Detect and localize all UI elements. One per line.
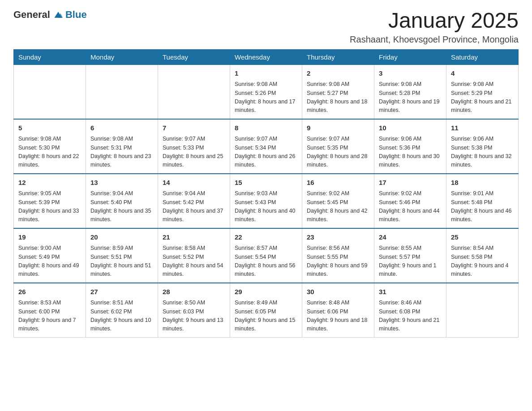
day-info: Sunrise: 9:04 AMSunset: 5:40 PMDaylight:… bbox=[90, 189, 153, 224]
day-number: 19 bbox=[18, 232, 81, 243]
day-number: 29 bbox=[235, 287, 297, 297]
day-info: Sunrise: 9:07 AMSunset: 5:34 PMDaylight:… bbox=[235, 135, 297, 170]
day-cell: 2Sunrise: 9:08 AMSunset: 5:27 PMDaylight… bbox=[302, 64, 374, 119]
day-info: Sunrise: 9:08 AMSunset: 5:29 PMDaylight:… bbox=[451, 80, 514, 115]
logo-text-general: General bbox=[13, 9, 50, 21]
day-number: 6 bbox=[90, 123, 153, 133]
day-cell: 18Sunrise: 9:01 AMSunset: 5:48 PMDayligh… bbox=[446, 174, 519, 228]
day-cell: 23Sunrise: 8:56 AMSunset: 5:55 PMDayligh… bbox=[302, 228, 374, 283]
day-cell: 4Sunrise: 9:08 AMSunset: 5:29 PMDaylight… bbox=[446, 64, 519, 119]
day-number: 27 bbox=[90, 287, 153, 297]
page-title: January 2025 bbox=[350, 9, 519, 33]
day-number: 4 bbox=[451, 68, 514, 79]
day-number: 13 bbox=[90, 178, 153, 188]
week-row-3: 12Sunrise: 9:05 AMSunset: 5:39 PMDayligh… bbox=[14, 174, 519, 228]
calendar-body: 1Sunrise: 9:08 AMSunset: 5:26 PMDaylight… bbox=[14, 64, 519, 337]
header-cell-saturday: Saturday bbox=[446, 49, 519, 64]
header-cell-thursday: Thursday bbox=[302, 49, 374, 64]
day-cell: 16Sunrise: 9:02 AMSunset: 5:45 PMDayligh… bbox=[302, 174, 374, 228]
day-cell: 17Sunrise: 9:02 AMSunset: 5:46 PMDayligh… bbox=[374, 174, 446, 228]
day-cell: 1Sunrise: 9:08 AMSunset: 5:26 PMDaylight… bbox=[230, 64, 302, 119]
header-cell-tuesday: Tuesday bbox=[158, 49, 230, 64]
day-number: 17 bbox=[379, 178, 442, 188]
day-number: 5 bbox=[18, 123, 81, 133]
day-info: Sunrise: 8:58 AMSunset: 5:52 PMDaylight:… bbox=[163, 244, 225, 279]
day-number: 12 bbox=[18, 178, 81, 188]
day-cell: 28Sunrise: 8:50 AMSunset: 6:03 PMDayligh… bbox=[158, 283, 230, 338]
day-info: Sunrise: 9:08 AMSunset: 5:31 PMDaylight:… bbox=[90, 135, 153, 170]
day-number: 15 bbox=[235, 178, 297, 188]
header-row: SundayMondayTuesdayWednesdayThursdayFrid… bbox=[14, 49, 519, 64]
day-number: 26 bbox=[18, 287, 81, 297]
day-info: Sunrise: 8:49 AMSunset: 6:05 PMDaylight:… bbox=[235, 299, 297, 334]
day-info: Sunrise: 9:08 AMSunset: 5:30 PMDaylight:… bbox=[18, 135, 81, 170]
day-number: 2 bbox=[307, 68, 369, 79]
day-info: Sunrise: 9:06 AMSunset: 5:36 PMDaylight:… bbox=[379, 135, 442, 170]
day-cell: 27Sunrise: 8:51 AMSunset: 6:02 PMDayligh… bbox=[86, 283, 158, 338]
day-info: Sunrise: 9:08 AMSunset: 5:26 PMDaylight:… bbox=[235, 80, 297, 115]
day-cell: 5Sunrise: 9:08 AMSunset: 5:30 PMDaylight… bbox=[14, 119, 86, 174]
day-number: 21 bbox=[163, 232, 225, 243]
title-section: January 2025 Rashaant, Khoevsgoel Provin… bbox=[350, 9, 519, 45]
day-number: 20 bbox=[90, 232, 153, 243]
day-info: Sunrise: 9:05 AMSunset: 5:39 PMDaylight:… bbox=[18, 189, 81, 224]
day-cell: 21Sunrise: 8:58 AMSunset: 5:52 PMDayligh… bbox=[158, 228, 230, 283]
day-info: Sunrise: 9:02 AMSunset: 5:45 PMDaylight:… bbox=[307, 189, 369, 224]
day-info: Sunrise: 9:02 AMSunset: 5:46 PMDaylight:… bbox=[379, 189, 442, 224]
header-cell-friday: Friday bbox=[374, 49, 446, 64]
week-row-2: 5Sunrise: 9:08 AMSunset: 5:30 PMDaylight… bbox=[14, 119, 519, 174]
day-cell: 19Sunrise: 9:00 AMSunset: 5:49 PMDayligh… bbox=[14, 228, 86, 283]
day-cell bbox=[14, 64, 86, 119]
day-cell bbox=[86, 64, 158, 119]
day-cell: 26Sunrise: 8:53 AMSunset: 6:00 PMDayligh… bbox=[14, 283, 86, 338]
day-number: 3 bbox=[379, 68, 442, 79]
logo: General Blue bbox=[13, 9, 87, 21]
day-number: 25 bbox=[451, 232, 514, 243]
day-cell: 14Sunrise: 9:04 AMSunset: 5:42 PMDayligh… bbox=[158, 174, 230, 228]
day-info: Sunrise: 8:51 AMSunset: 6:02 PMDaylight:… bbox=[90, 299, 153, 334]
day-cell: 7Sunrise: 9:07 AMSunset: 5:33 PMDaylight… bbox=[158, 119, 230, 174]
day-cell: 30Sunrise: 8:48 AMSunset: 6:06 PMDayligh… bbox=[302, 283, 374, 338]
week-row-1: 1Sunrise: 9:08 AMSunset: 5:26 PMDaylight… bbox=[14, 64, 519, 119]
day-number: 22 bbox=[235, 232, 297, 243]
day-number: 11 bbox=[451, 123, 514, 133]
page-header: General Blue January 2025 Rashaant, Khoe… bbox=[13, 9, 519, 45]
day-info: Sunrise: 8:53 AMSunset: 6:00 PMDaylight:… bbox=[18, 299, 81, 334]
day-number: 14 bbox=[163, 178, 225, 188]
calendar: SundayMondayTuesdayWednesdayThursdayFrid… bbox=[13, 49, 519, 338]
week-row-4: 19Sunrise: 9:00 AMSunset: 5:49 PMDayligh… bbox=[14, 228, 519, 283]
day-cell bbox=[158, 64, 230, 119]
day-cell: 15Sunrise: 9:03 AMSunset: 5:43 PMDayligh… bbox=[230, 174, 302, 228]
day-info: Sunrise: 9:04 AMSunset: 5:42 PMDaylight:… bbox=[163, 189, 225, 224]
day-number: 30 bbox=[307, 287, 369, 297]
day-cell: 24Sunrise: 8:55 AMSunset: 5:57 PMDayligh… bbox=[374, 228, 446, 283]
day-cell: 29Sunrise: 8:49 AMSunset: 6:05 PMDayligh… bbox=[230, 283, 302, 338]
day-cell: 13Sunrise: 9:04 AMSunset: 5:40 PMDayligh… bbox=[86, 174, 158, 228]
day-info: Sunrise: 9:07 AMSunset: 5:35 PMDaylight:… bbox=[307, 135, 369, 170]
day-number: 28 bbox=[163, 287, 225, 297]
day-number: 7 bbox=[163, 123, 225, 133]
week-row-5: 26Sunrise: 8:53 AMSunset: 6:00 PMDayligh… bbox=[14, 283, 519, 338]
day-info: Sunrise: 8:56 AMSunset: 5:55 PMDaylight:… bbox=[307, 244, 369, 279]
day-number: 9 bbox=[307, 123, 369, 133]
day-number: 16 bbox=[307, 178, 369, 188]
day-info: Sunrise: 8:48 AMSunset: 6:06 PMDaylight:… bbox=[307, 299, 369, 334]
day-number: 31 bbox=[379, 287, 442, 297]
day-number: 23 bbox=[307, 232, 369, 243]
day-number: 10 bbox=[379, 123, 442, 133]
day-cell: 6Sunrise: 9:08 AMSunset: 5:31 PMDaylight… bbox=[86, 119, 158, 174]
day-number: 1 bbox=[235, 68, 297, 79]
day-cell: 8Sunrise: 9:07 AMSunset: 5:34 PMDaylight… bbox=[230, 119, 302, 174]
day-cell: 25Sunrise: 8:54 AMSunset: 5:58 PMDayligh… bbox=[446, 228, 519, 283]
day-info: Sunrise: 8:54 AMSunset: 5:58 PMDaylight:… bbox=[451, 244, 514, 279]
day-info: Sunrise: 9:07 AMSunset: 5:33 PMDaylight:… bbox=[163, 135, 225, 170]
header-cell-monday: Monday bbox=[86, 49, 158, 64]
day-info: Sunrise: 8:55 AMSunset: 5:57 PMDaylight:… bbox=[379, 244, 442, 279]
day-number: 24 bbox=[379, 232, 442, 243]
day-cell: 20Sunrise: 8:59 AMSunset: 5:51 PMDayligh… bbox=[86, 228, 158, 283]
day-number: 18 bbox=[451, 178, 514, 188]
logo-text-blue: Blue bbox=[65, 9, 87, 21]
day-cell: 12Sunrise: 9:05 AMSunset: 5:39 PMDayligh… bbox=[14, 174, 86, 228]
day-cell: 3Sunrise: 9:08 AMSunset: 5:28 PMDaylight… bbox=[374, 64, 446, 119]
header-cell-wednesday: Wednesday bbox=[230, 49, 302, 64]
